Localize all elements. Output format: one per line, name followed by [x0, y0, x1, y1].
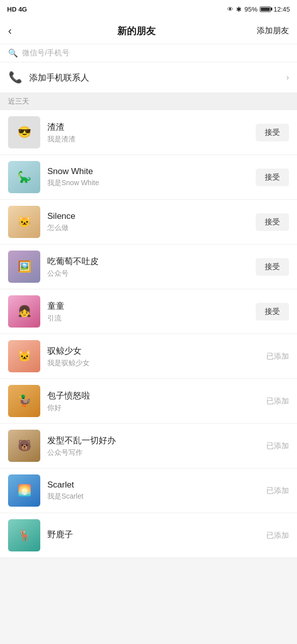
friend-note-grape: 公众号 [47, 269, 249, 278]
added-label-whale: 已添加 [266, 352, 289, 361]
avatar-hair: 🐻 [8, 430, 40, 462]
avatar-scarlet: 🌅 [8, 474, 40, 507]
friend-note-scarlet: 我是Scarlet [47, 492, 259, 501]
title-bar: ‹ 新的朋友 添加朋友 [0, 18, 297, 44]
section-header-label: 近三天 [8, 97, 29, 105]
friend-info-grape: 吃葡萄不吐皮公众号 [47, 256, 249, 278]
avatar-tong: 👧 [8, 295, 40, 328]
battery-percent: 95% [244, 6, 257, 13]
avatar-silence: 🐱 [8, 206, 40, 238]
friend-note-hair: 公众号写作 [47, 448, 259, 457]
friend-info-hair: 发型不乱一切好办公众号写作 [47, 435, 259, 457]
avatar-zhazha: 😎 [8, 116, 40, 148]
friend-info-whale: 驭鲸少女我是驭鲸少女 [47, 345, 259, 368]
accept-button-snowwhite[interactable]: 接受 [256, 169, 289, 186]
added-label-hair: 已添加 [266, 441, 289, 451]
time: 12:45 [273, 6, 290, 13]
friend-item-grape: 🖼️吃葡萄不吐皮公众号接受 [0, 245, 297, 289]
avatar-baozi: 🦆 [8, 385, 40, 417]
friend-item-whale: 🐱驭鲸少女我是驭鲸少女已添加 [0, 334, 297, 379]
page-title: 新的朋友 [117, 25, 156, 38]
friend-note-zhazha: 我是渣渣 [47, 135, 249, 144]
accept-button-silence[interactable]: 接受 [256, 213, 289, 231]
add-friend-button[interactable]: 添加朋友 [257, 26, 289, 36]
chevron-right-icon: › [286, 73, 289, 82]
friend-info-tong: 童童引流 [47, 300, 249, 323]
friend-name-hair: 发型不乱一切好办 [47, 435, 259, 446]
search-icon: 🔍 [8, 48, 18, 58]
bluetooth-icon: ✱ [236, 6, 242, 13]
avatar-deer: 🦌 [8, 519, 40, 551]
friend-name-silence: Silence [47, 211, 249, 221]
friend-item-tong: 👧童童引流接受 [0, 289, 297, 334]
search-hint-text: 微信号/手机号 [22, 48, 69, 58]
friend-info-deer: 野鹿子 [47, 529, 259, 542]
avatar-grape: 🖼️ [8, 251, 40, 283]
friend-item-hair: 🐻发型不乱一切好办公众号写作已添加 [0, 424, 297, 468]
friend-info-scarlet: Scarlet我是Scarlet [47, 480, 259, 501]
friend-info-zhazha: 渣渣我是渣渣 [47, 121, 249, 144]
back-button[interactable]: ‹ [8, 23, 16, 40]
friend-name-deer: 野鹿子 [47, 529, 259, 540]
friend-name-zhazha: 渣渣 [47, 121, 249, 133]
friend-info-snowwhite: Snow White我是Snow White [47, 167, 249, 188]
friend-item-scarlet: 🌅Scarlet我是Scarlet已添加 [0, 468, 297, 513]
friend-info-baozi: 包子愤怒啦你好 [47, 390, 259, 413]
accept-button-zhazha[interactable]: 接受 [256, 124, 289, 141]
friend-note-tong: 引流 [47, 314, 249, 323]
friend-name-scarlet: Scarlet [47, 480, 259, 490]
friend-note-silence: 怎么做 [47, 223, 249, 232]
friend-name-grape: 吃葡萄不吐皮 [47, 256, 249, 267]
friend-name-snowwhite: Snow White [47, 167, 249, 177]
friend-info-silence: Silence怎么做 [47, 211, 249, 232]
friend-name-tong: 童童 [47, 300, 249, 312]
status-bar: HD 4G 👁 ✱ 95% 12:45 [0, 0, 297, 18]
add-phone-text: 添加手机联系人 [29, 72, 279, 84]
friends-list: 😎渣渣我是渣渣接受🦕Snow White我是Snow White接受🐱Silen… [0, 110, 297, 558]
avatar-whale: 🐱 [8, 340, 40, 372]
search-hint-bar[interactable]: 🔍 微信号/手机号 [0, 44, 297, 62]
added-label-deer: 已添加 [266, 531, 289, 540]
status-right: 👁 ✱ 95% 12:45 [227, 6, 290, 13]
friend-note-baozi: 你好 [47, 404, 259, 413]
phone-icon: 📞 [8, 70, 22, 85]
added-label-scarlet: 已添加 [266, 486, 289, 496]
eye-icon: 👁 [227, 6, 234, 13]
friend-name-baozi: 包子愤怒啦 [47, 390, 259, 401]
section-header-recent: 近三天 [0, 93, 297, 110]
added-label-baozi: 已添加 [266, 396, 289, 406]
add-phone-contacts-row[interactable]: 📞 添加手机联系人 › [0, 62, 297, 93]
battery-icon [260, 7, 271, 12]
friend-item-snowwhite: 🦕Snow White我是Snow White接受 [0, 155, 297, 200]
friend-item-deer: 🦌野鹿子已添加 [0, 513, 297, 558]
status-left: HD 4G [7, 6, 27, 13]
friend-item-baozi: 🦆包子愤怒啦你好已添加 [0, 379, 297, 424]
friend-name-whale: 驭鲸少女 [47, 345, 259, 357]
friend-note-whale: 我是驭鲸少女 [47, 359, 259, 368]
friend-note-snowwhite: 我是Snow White [47, 179, 249, 188]
friend-item-silence: 🐱Silence怎么做接受 [0, 200, 297, 245]
avatar-snowwhite: 🦕 [8, 161, 40, 193]
accept-button-tong[interactable]: 接受 [256, 303, 289, 320]
friend-item-zhazha: 😎渣渣我是渣渣接受 [0, 110, 297, 155]
accept-button-grape[interactable]: 接受 [256, 258, 289, 276]
